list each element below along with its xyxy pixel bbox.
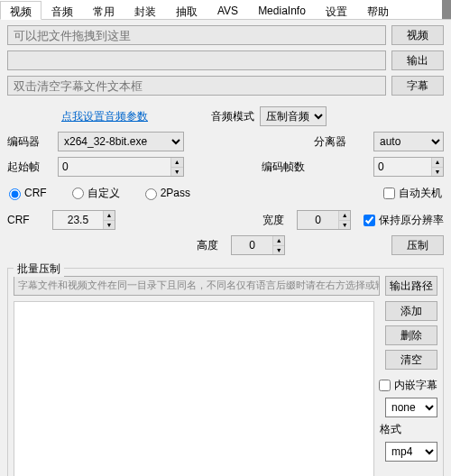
start-frame-spinner[interactable]: ▲▼ bbox=[58, 157, 184, 177]
encoder-label: 编码器 bbox=[7, 134, 52, 150]
video-path-input[interactable] bbox=[7, 25, 386, 45]
demuxer-label: 分离器 bbox=[314, 134, 368, 150]
crf-label: CRF bbox=[7, 214, 40, 226]
spin-down-icon[interactable]: ▼ bbox=[171, 168, 183, 177]
encode-button[interactable]: 压制 bbox=[391, 235, 444, 255]
spin-down-icon[interactable]: ▼ bbox=[104, 221, 115, 230]
demuxer-select[interactable]: auto bbox=[373, 132, 444, 151]
spin-up-icon[interactable]: ▲ bbox=[339, 211, 350, 221]
tab-mediainfo[interactable]: MediaInfo bbox=[248, 1, 316, 20]
tab-bar: 视频 音频 常用 封装 抽取 AVS MediaInfo 设置 帮助 bbox=[0, 0, 451, 20]
spin-down-icon[interactable]: ▼ bbox=[432, 168, 443, 177]
output-path-input[interactable] bbox=[7, 50, 386, 70]
audio-mode-label: 音频模式 bbox=[211, 109, 254, 124]
batch-add-button[interactable]: 添加 bbox=[385, 301, 437, 321]
batch-delete-button[interactable]: 删除 bbox=[385, 325, 437, 345]
mode-custom-radio[interactable]: 自定义 bbox=[72, 186, 120, 201]
tab-video[interactable]: 视频 bbox=[0, 1, 41, 20]
batch-path-input[interactable]: 字幕文件和视频文件在同一目录下且同名，不同名仅有语言后缀时请在右方选择或输入 bbox=[14, 276, 380, 296]
batch-output-path-button[interactable]: 输出路径 bbox=[385, 276, 437, 296]
frame-count-spinner[interactable]: ▲▼ bbox=[373, 157, 444, 177]
encoder-select[interactable]: x264_32-8bit.exe bbox=[58, 132, 184, 151]
crf-spinner[interactable]: ▲▼ bbox=[52, 210, 115, 230]
frame-count-label: 编码帧数 bbox=[189, 160, 308, 175]
subtitle-lang-select[interactable]: none bbox=[385, 398, 437, 417]
batch-list[interactable] bbox=[14, 301, 374, 476]
subtitle-path-input[interactable] bbox=[7, 76, 386, 96]
spin-up-icon[interactable]: ▲ bbox=[104, 211, 115, 221]
spin-up-icon[interactable]: ▲ bbox=[273, 236, 284, 246]
auto-shutdown-checkbox[interactable]: 自动关机 bbox=[383, 186, 442, 201]
tab-extract[interactable]: 抽取 bbox=[166, 1, 207, 20]
tab-settings[interactable]: 设置 bbox=[316, 1, 357, 20]
batch-group: 批量压制 字幕文件和视频文件在同一目录下且同名，不同名仅有语言后缀时请在右方选择… bbox=[7, 268, 444, 476]
tab-mux[interactable]: 封装 bbox=[124, 1, 166, 20]
tab-audio[interactable]: 音频 bbox=[41, 1, 83, 20]
height-label: 高度 bbox=[197, 238, 218, 253]
audio-mode-select[interactable]: 压制音频 bbox=[260, 106, 327, 126]
spin-up-icon[interactable]: ▲ bbox=[171, 158, 183, 168]
video-button[interactable]: 视频 bbox=[391, 25, 444, 45]
keep-resolution-checkbox[interactable]: 保持原分辨率 bbox=[364, 213, 444, 228]
width-spinner[interactable]: ▲▼ bbox=[297, 210, 351, 230]
tab-help[interactable]: 帮助 bbox=[357, 1, 399, 20]
format-select[interactable]: mp4 bbox=[385, 442, 437, 462]
start-frame-label: 起始帧 bbox=[7, 160, 52, 175]
audio-settings-link[interactable]: 点我设置音频参数 bbox=[7, 109, 206, 124]
mode-2pass-radio[interactable]: 2Pass bbox=[145, 187, 190, 199]
mode-crf-radio[interactable]: CRF bbox=[9, 187, 47, 199]
format-label: 格式 bbox=[380, 422, 401, 437]
output-button[interactable]: 输出 bbox=[391, 50, 444, 70]
spin-down-icon[interactable]: ▼ bbox=[339, 221, 350, 230]
spin-up-icon[interactable]: ▲ bbox=[432, 158, 443, 168]
spin-down-icon[interactable]: ▼ bbox=[273, 246, 284, 255]
embed-subtitle-checkbox[interactable]: 内嵌字幕 bbox=[379, 378, 437, 393]
subtitle-button[interactable]: 字幕 bbox=[391, 76, 444, 96]
width-label: 宽度 bbox=[262, 213, 284, 228]
tab-avs[interactable]: AVS bbox=[207, 1, 248, 20]
tab-common[interactable]: 常用 bbox=[83, 1, 124, 20]
batch-legend: 批量压制 bbox=[14, 261, 64, 277]
height-spinner[interactable]: ▲▼ bbox=[231, 235, 285, 255]
batch-clear-button[interactable]: 清空 bbox=[385, 350, 437, 370]
